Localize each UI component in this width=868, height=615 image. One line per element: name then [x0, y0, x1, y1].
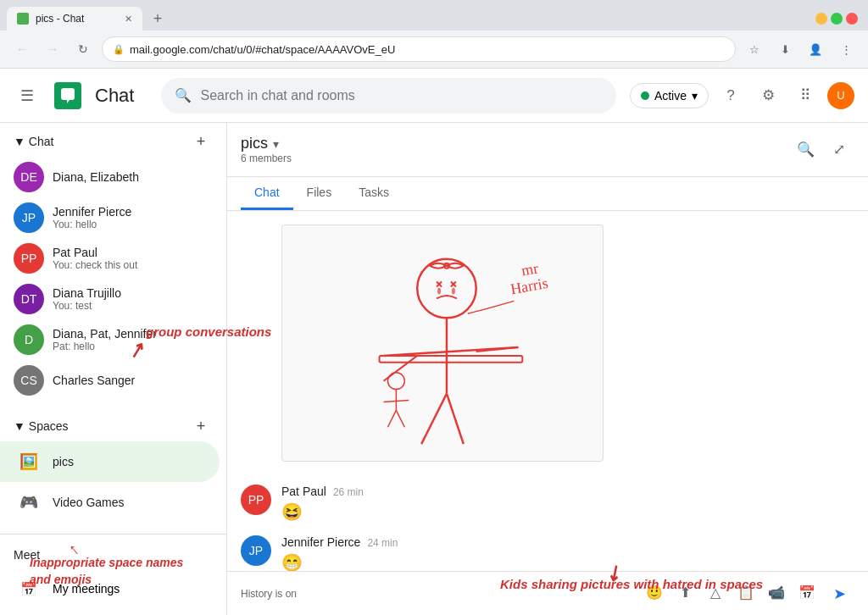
sidebar-item-avatar: PP [14, 243, 44, 274]
svg-line-20 [387, 410, 396, 427]
sidebar-item-info: Pat Paul You: check this out [53, 246, 206, 271]
new-space-button[interactable]: + [189, 414, 213, 438]
fullscreen-button[interactable]: ⤢ [824, 135, 854, 165]
chat-room-title: pics ▾ [241, 135, 790, 152]
account-button[interactable]: 👤 [804, 37, 827, 61]
url-text: mail.google.com/chat/u/0/#chat/space/AAA… [130, 43, 395, 56]
user-avatar[interactable]: U [827, 82, 854, 109]
sidebar-item-info: Charles Sanger [53, 374, 206, 387]
apps-button[interactable]: ⠿ [790, 80, 821, 111]
bookmark-button[interactable]: ☆ [743, 37, 766, 61]
sidebar-item-avatar: JP [14, 202, 44, 233]
menu-button[interactable]: ⋮ [834, 37, 858, 61]
sidebar-space-item[interactable]: 🖼️ pics [0, 441, 220, 482]
meet-section: Meet 📅 My meetings [0, 534, 226, 615]
address-bar[interactable]: 🔒 mail.google.com/chat/u/0/#chat/space/A… [102, 36, 736, 62]
svg-line-16 [447, 394, 464, 445]
svg-line-19 [384, 401, 409, 402]
sidebar-chat-item[interactable]: CS Charles Sanger [0, 360, 220, 401]
tab-title: pics - Chat [36, 13, 84, 25]
space-name: pics [53, 455, 74, 468]
maximize-button[interactable] [831, 13, 843, 25]
chat-area: pics ▾ 6 members 🔍 ⤢ Chat Files Tasks [227, 123, 868, 615]
sidebar-item-name: Diana Trujillo [53, 286, 206, 300]
message-header: Pat Paul 26 min [281, 485, 854, 498]
chat-header-actions: 🔍 ⤢ [790, 135, 854, 165]
chat-section-title[interactable]: ▼ Chat [14, 135, 53, 148]
video-button[interactable]: 📹 [763, 579, 790, 606]
message-time: 26 min [333, 486, 364, 498]
chat-title-section: pics ▾ 6 members [241, 135, 790, 164]
sidebar-chat-item[interactable]: D Diana, Pat, Jennifer Pat: hello [0, 319, 220, 360]
svg-point-7 [452, 287, 455, 294]
sidebar-chat-item[interactable]: JP Jennifer Pierce You: hello [0, 197, 220, 238]
refresh-button[interactable]: ↻ [71, 37, 95, 61]
chat-header: pics ▾ 6 members 🔍 ⤢ [227, 123, 868, 177]
sidebar-item-name: Pat Paul [53, 246, 206, 259]
message-row: PP Pat Paul 26 min 😆 [241, 485, 854, 522]
new-tab-button[interactable]: + [146, 7, 170, 30]
room-dropdown-icon[interactable]: ▾ [273, 137, 279, 151]
status-dot [641, 91, 649, 100]
chat-section-header: ▼ Chat + [0, 123, 226, 157]
status-button[interactable]: Active ▾ [630, 83, 709, 108]
settings-button[interactable]: ⚙ [753, 80, 783, 111]
new-chat-button[interactable]: + [189, 130, 213, 153]
meet-item-icon: 📅 [14, 573, 44, 604]
sidebar-space-item[interactable]: 🎮 Video Games [0, 482, 220, 523]
chat-footer: History is on 🙂 ⬆ △ 📋 📹 📅 ➤ [227, 571, 868, 615]
message-time: 24 min [367, 537, 398, 549]
sender-name: Jennifer Pierce [281, 535, 360, 549]
sidebar-item-info: Jennifer Pierce You: hello [53, 205, 206, 230]
tab-files[interactable]: Files [293, 177, 346, 210]
meet-button[interactable]: 📅 [793, 579, 821, 606]
help-button[interactable]: ? [715, 80, 746, 111]
spaces-section-title[interactable]: ▼ Spaces [14, 419, 69, 433]
sidebar-item-name: Diana, Elizabeth [53, 170, 206, 184]
back-button[interactable]: ← [10, 37, 34, 61]
tab-favicon [17, 13, 29, 25]
forward-button[interactable]: → [41, 37, 64, 61]
message-emoji: 😆 [281, 501, 854, 522]
space-emoji: 🎮 [14, 487, 44, 518]
app-title: Chat [95, 85, 134, 107]
svg-point-6 [437, 287, 441, 294]
upload-button[interactable]: ⬆ [671, 579, 698, 606]
download-button[interactable]: ⬇ [773, 37, 797, 61]
calendar-button[interactable]: 📋 [732, 579, 760, 606]
chat-tabs: Chat Files Tasks [227, 177, 868, 211]
svg-text:Harris: Harris [509, 274, 549, 297]
message-row: JP Jennifer Pierce 24 min 😁 [241, 535, 854, 571]
close-window-button[interactable] [846, 13, 858, 25]
sidebar-item-name: Jennifer Pierce [53, 205, 206, 219]
sidebar-item-name: Diana, Pat, Jennifer [53, 327, 206, 341]
lock-icon: 🔒 [113, 44, 125, 55]
search-chat-button[interactable]: 🔍 [790, 135, 821, 165]
status-label: Active [654, 89, 687, 102]
hamburger-menu[interactable]: ☰ [14, 82, 41, 109]
svg-point-17 [387, 373, 404, 390]
tab-chat[interactable]: Chat [241, 177, 293, 210]
sidebar-chat-item[interactable]: DT Diana Trujillo You: test [0, 279, 220, 319]
sidebar: ▼ Chat + DE Diana, Elizabeth JP Jennifer… [0, 123, 227, 615]
send-button[interactable]: ➤ [824, 579, 854, 609]
minimize-button[interactable] [815, 13, 827, 25]
sender-avatar: JP [241, 535, 271, 566]
sidebar-chat-item[interactable]: DE Diana, Elizabeth [0, 157, 220, 197]
tab-tasks[interactable]: Tasks [345, 177, 403, 210]
sidebar-meet-item[interactable]: 📅 My meetings [0, 568, 226, 609]
drive-button[interactable]: △ [702, 579, 729, 606]
sidebar-chat-item[interactable]: PP Pat Paul You: check this out [0, 238, 220, 279]
browser-tab[interactable]: pics - Chat ✕ [7, 7, 142, 30]
close-tab-button[interactable]: ✕ [125, 14, 132, 25]
sidebar-item-preview: Pat: hello [53, 341, 206, 352]
message-content: Jennifer Pierce 24 min 😁 [281, 535, 854, 571]
search-bar[interactable]: 🔍 [161, 78, 615, 114]
sidebar-item-name: Charles Sanger [53, 374, 206, 387]
emoji-button[interactable]: 🙂 [641, 579, 668, 606]
search-input[interactable] [200, 88, 602, 103]
svg-line-15 [421, 394, 447, 445]
footer-actions: 🙂 ⬆ △ 📋 📹 📅 ➤ [641, 579, 854, 609]
sidebar-item-avatar: DT [14, 284, 44, 314]
sender-name: Pat Paul [281, 485, 326, 498]
